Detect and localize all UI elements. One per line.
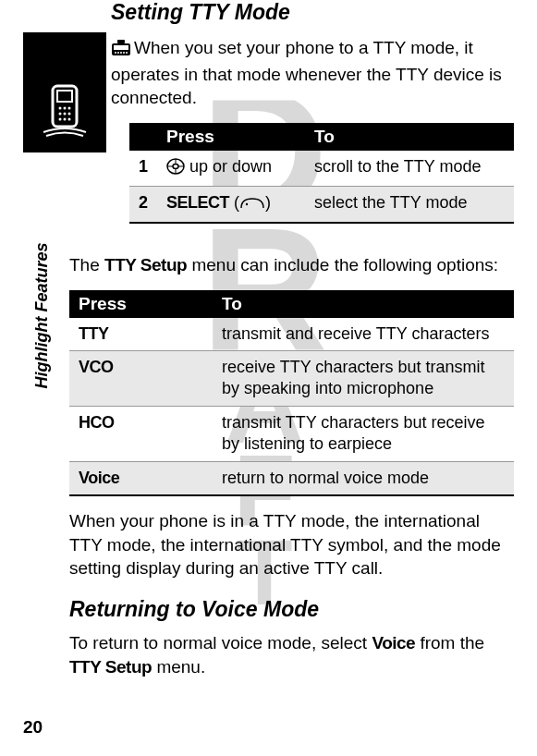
page-number: 20 <box>23 717 43 738</box>
table-row: TTY transmit and receive TTY characters <box>69 318 514 351</box>
svg-point-14 <box>64 118 67 121</box>
steps-table: Press To 1 up or down scroll to the TTY … <box>129 123 514 224</box>
svg-rect-6 <box>57 91 72 102</box>
intro-paragraph: When you set your phone to a TTY mode, i… <box>111 36 514 110</box>
svg-rect-17 <box>114 45 128 50</box>
svg-point-7 <box>59 107 62 110</box>
step-to: scroll to the TTY mode <box>305 151 514 187</box>
heading-setting-tty: Setting TTY Mode <box>111 0 514 25</box>
svg-rect-18 <box>117 40 125 43</box>
step-press: SELECT () <box>157 187 305 223</box>
step-press: up or down <box>157 151 305 187</box>
heading-returning-voice: Returning to Voice Mode <box>69 597 514 622</box>
intro-text: When you set your phone to a TTY mode, i… <box>111 38 502 107</box>
step-num: 2 <box>129 187 157 223</box>
select-label: SELECT <box>166 193 229 212</box>
option-to: return to normal voice mode <box>213 461 514 495</box>
sidebar-tab: Highlight Features <box>23 176 42 434</box>
option-press: VCO <box>69 351 213 407</box>
tty-icon <box>111 39 131 63</box>
voice-label: Voice <box>372 633 415 652</box>
svg-point-25 <box>173 164 178 168</box>
svg-point-8 <box>64 107 67 110</box>
svg-point-10 <box>59 113 62 116</box>
phone-icon <box>32 79 97 143</box>
table-row: 1 up or down scroll to the TTY mode <box>129 151 514 187</box>
nav-key-icon <box>166 158 185 180</box>
option-press: TTY <box>69 318 213 351</box>
option-press: Voice <box>69 461 213 495</box>
options-table: Press To TTY transmit and receive TTY ch… <box>69 290 514 496</box>
step-press-text: up or down <box>185 157 272 176</box>
option-to: transmit and receive TTY characters <box>213 318 514 351</box>
svg-point-11 <box>64 113 67 116</box>
section-icon-block <box>23 32 106 152</box>
svg-point-15 <box>68 118 71 121</box>
table2-header-press: Press <box>69 290 213 318</box>
tty-setup-label: TTY Setup <box>69 657 152 677</box>
svg-point-20 <box>117 52 119 54</box>
mid-paragraph: The TTY Setup menu can include the follo… <box>69 253 514 277</box>
table-row: Voice return to normal voice mode <box>69 461 514 495</box>
option-to: transmit TTY characters but receive by l… <box>213 406 514 461</box>
svg-point-23 <box>126 52 128 54</box>
table1-header-press: Press <box>157 123 305 151</box>
table1-header-to: To <box>305 123 514 151</box>
svg-point-13 <box>59 118 62 121</box>
table-row: VCO receive TTY characters but transmit … <box>69 351 514 407</box>
tty-setup-label: TTY Setup <box>104 255 187 274</box>
svg-point-9 <box>68 107 71 110</box>
step-num: 1 <box>129 151 157 187</box>
softkey-icon <box>239 194 265 215</box>
table2-header-to: To <box>213 290 514 318</box>
sidebar-label: Highlight Features <box>32 223 52 389</box>
option-to: receive TTY characters but transmit by s… <box>213 351 514 407</box>
table1-header-blank <box>129 123 157 151</box>
svg-point-19 <box>115 52 116 54</box>
table-row: 2 SELECT () select the TTY mode <box>129 187 514 223</box>
svg-point-30 <box>246 203 248 205</box>
option-press: HCO <box>69 406 213 461</box>
svg-point-21 <box>120 52 122 54</box>
step-to: select the TTY mode <box>305 187 514 223</box>
svg-point-22 <box>123 52 125 54</box>
table-row: HCO transmit TTY characters but receive … <box>69 406 514 461</box>
return-paragraph: To return to normal voice mode, select V… <box>69 631 514 678</box>
svg-point-12 <box>68 113 71 116</box>
after-paragraph: When your phone is in a TTY mode, the in… <box>69 509 514 580</box>
